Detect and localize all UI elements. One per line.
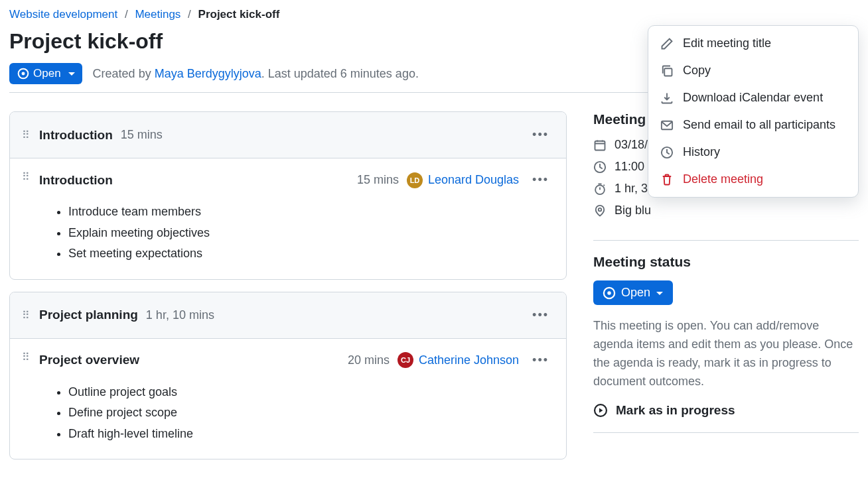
issue-open-icon: [17, 68, 29, 80]
mark-in-progress-button[interactable]: Mark as in progress: [593, 403, 859, 418]
menu-edit-title[interactable]: Edit meeting title: [648, 30, 858, 57]
section-duration: 15 mins: [121, 128, 163, 142]
bullet: Set meeting expectations: [68, 243, 554, 265]
section-title: Project planning: [39, 308, 138, 322]
item-title: Introduction: [39, 173, 113, 188]
status-pill-label: Open: [33, 67, 61, 80]
section-more-button[interactable]: •••: [527, 306, 554, 325]
menu-history[interactable]: History: [648, 139, 858, 166]
item-more-button[interactable]: •••: [527, 170, 554, 190]
copy-icon: [660, 64, 674, 78]
section-more-button[interactable]: •••: [527, 125, 554, 145]
play-circle-icon: [593, 403, 608, 418]
bullet: Define project scope: [68, 402, 554, 424]
drag-handle-icon[interactable]: ⠿: [22, 309, 30, 322]
menu-delete-meeting[interactable]: Delete meeting: [648, 166, 858, 193]
bullet: Explain meeting objectives: [68, 223, 554, 244]
actions-menu: Edit meeting title Copy Download iCalend…: [648, 25, 859, 198]
drag-handle-icon[interactable]: ⠿: [22, 170, 30, 183]
menu-copy[interactable]: Copy: [648, 57, 858, 84]
info-location: Big blu: [593, 204, 859, 217]
issue-open-icon: [603, 286, 616, 300]
breadcrumb: Website development / Meetings / Project…: [9, 8, 859, 21]
caret-down-icon: [656, 289, 664, 297]
download-icon: [660, 91, 674, 105]
item-duration: 20 mins: [348, 353, 390, 367]
avatar: CJ: [398, 352, 413, 368]
drag-handle-icon[interactable]: ⠿: [22, 129, 30, 141]
svg-rect-5: [664, 68, 672, 76]
meta-text: Created by Maya Berdygylyjova. Last upda…: [93, 67, 419, 81]
item-more-button[interactable]: •••: [527, 351, 554, 370]
section-title: Introduction: [39, 128, 113, 143]
svg-point-13: [607, 291, 611, 295]
assignee-link[interactable]: Catherine Johnson: [419, 353, 519, 367]
bullet: Outline project goals: [68, 382, 554, 403]
menu-send-email[interactable]: Send email to all participants: [648, 111, 858, 139]
trash-icon: [660, 173, 674, 186]
avatar: LD: [407, 172, 423, 188]
bullet: Draft high-level timeline: [68, 424, 554, 445]
side-heading: Meeting status: [593, 254, 859, 270]
stopwatch-icon: [593, 182, 607, 196]
clock-icon: [593, 160, 607, 174]
clock-icon: [660, 146, 674, 159]
calendar-icon: [593, 139, 607, 152]
assignee-link[interactable]: Leonard Douglas: [428, 173, 519, 187]
section-duration: 1 hr, 10 mins: [146, 308, 214, 322]
svg-point-4: [22, 72, 25, 76]
status-dropdown[interactable]: Open: [593, 280, 673, 305]
breadcrumb-link[interactable]: Meetings: [135, 8, 181, 21]
breadcrumb-current: Project kick-off: [198, 8, 280, 21]
meeting-status-section: Meeting status Open This meeting is open…: [593, 254, 859, 433]
location-icon: [593, 204, 607, 217]
mail-icon: [660, 119, 674, 132]
author-link[interactable]: Maya Berdygylyjova: [155, 67, 261, 80]
status-pill[interactable]: Open: [9, 63, 82, 84]
agenda-section: ⠿ Project planning 1 hr, 10 mins ••• ⠿ P…: [9, 292, 567, 460]
item-duration: 15 mins: [357, 173, 399, 187]
menu-download-ical[interactable]: Download iCalendar event: [648, 84, 858, 111]
status-description: This meeting is open. You can add/remove…: [593, 317, 859, 391]
pencil-icon: [660, 37, 674, 50]
caret-down-icon: [68, 70, 76, 78]
breadcrumb-link[interactable]: Website development: [9, 8, 117, 21]
agenda-section: ⠿ Introduction 15 mins ••• ⠿ Introductio…: [9, 111, 567, 280]
item-title: Project overview: [39, 353, 139, 367]
svg-rect-8: [595, 141, 605, 150]
bullet: Introduce team members: [68, 202, 554, 223]
svg-point-11: [599, 208, 602, 211]
drag-handle-icon[interactable]: ⠿: [22, 351, 30, 363]
page-title: Project kick-off: [9, 29, 163, 54]
